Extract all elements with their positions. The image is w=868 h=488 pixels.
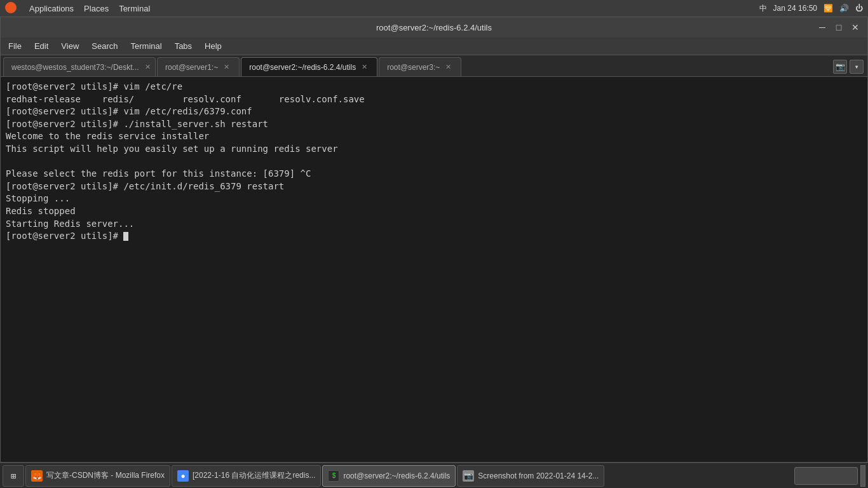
title-bar: root@server2:~/redis-6.2.4/utils ─ □ ✕ (1, 17, 867, 37)
title-bar-buttons: ─ □ ✕ (815, 20, 862, 34)
taskbar-screenshot[interactable]: 📷 Screenshot from 2022-01-24 14-2... (457, 465, 604, 487)
close-button[interactable]: ✕ (848, 20, 862, 34)
tab-server3[interactable]: root@server3:~ ✕ (379, 57, 461, 76)
tab-label-server1: root@server1:~ (165, 63, 218, 72)
menu-file[interactable]: File (3, 40, 27, 52)
taskbar-search[interactable] (794, 467, 858, 485)
firefox-icon: 🦊 (31, 470, 43, 482)
tab-server1[interactable]: root@server1:~ ✕ (157, 57, 240, 76)
menu-search[interactable]: Search (86, 40, 123, 52)
taskbar-terminal-label: root@server2:~/redis-6.2.4/utils (343, 471, 450, 480)
window-title: root@server2:~/redis-6.2.4/utils (376, 23, 492, 32)
show-desktop-button[interactable]: ⊞ (3, 465, 24, 487)
taskbar-firefox-label: 写文章-CSDN博客 - Mozilla Firefox (46, 470, 165, 481)
power-icon: ⏻ (855, 4, 863, 13)
volume-icon: 🔊 (839, 4, 849, 13)
taskbar-terminal[interactable]: $ root@server2:~/redis-6.2.4/utils (322, 465, 456, 487)
tabs-controls: 📷 ▾ (833, 60, 864, 74)
logo-icon (5, 2, 19, 15)
taskbar-showdesktop[interactable] (860, 465, 865, 487)
places-menu[interactable]: Places (84, 4, 109, 13)
menu-help[interactable]: Help (200, 40, 227, 52)
tab-label-westos: westos@westos_student73:~/Deskt... (11, 63, 139, 72)
terminal-icon: $ (328, 470, 339, 482)
tabs-bar: westos@westos_student73:~/Deskt... ✕ roo… (1, 55, 867, 77)
terminal-menu[interactable]: Terminal (119, 4, 150, 13)
tab-dropdown-btn[interactable]: ▾ (850, 60, 864, 74)
tab-screenshot-btn[interactable]: 📷 (833, 60, 847, 74)
tab-label-server2: root@server2:~/redis-6.2.4/utils (249, 63, 356, 72)
tab-close-server3[interactable]: ✕ (444, 62, 453, 72)
menu-view[interactable]: View (56, 40, 84, 52)
tab-label-server3: root@server3:~ (387, 63, 440, 72)
tab-westos[interactable]: westos@westos_student73:~/Deskt... ✕ (3, 57, 156, 76)
menu-terminal[interactable]: Terminal (126, 40, 167, 52)
taskbar-chrome-label: [2022-1-16 自动化运维课程之redis... (193, 470, 315, 481)
minimize-button[interactable]: ─ (815, 20, 829, 34)
taskbar-chrome[interactable]: ● [2022-1-16 自动化运维课程之redis... (172, 465, 321, 487)
system-bar-right: 中 Jan 24 16:50 🛜 🔊 ⏻ (759, 3, 863, 14)
input-method-icon: 中 (759, 3, 767, 14)
menu-bar: File Edit View Search Terminal Tabs Help (1, 37, 867, 55)
screenshot-icon: 📷 (463, 470, 474, 482)
taskbar-screenshot-label: Screenshot from 2022-01-24 14-2... (478, 471, 599, 480)
terminal-content[interactable]: [root@server2 utils]# vim /etc/re redhat… (1, 77, 867, 462)
menu-edit[interactable]: Edit (29, 40, 53, 52)
maximize-button[interactable]: □ (832, 20, 846, 34)
datetime: Jan 24 16:50 (773, 4, 817, 13)
taskbar-firefox[interactable]: 🦊 写文章-CSDN博客 - Mozilla Firefox (25, 465, 170, 487)
tab-server2[interactable]: root@server2:~/redis-6.2.4/utils ✕ (241, 57, 377, 76)
tab-close-server1[interactable]: ✕ (222, 62, 231, 72)
tab-close-westos[interactable]: ✕ (143, 62, 153, 72)
menu-tabs[interactable]: Tabs (170, 40, 197, 52)
tab-close-server2[interactable]: ✕ (360, 62, 369, 72)
taskbar: ⊞ 🦊 写文章-CSDN博客 - Mozilla Firefox ● [2022… (0, 463, 868, 488)
system-bar-left: Applications Places Terminal (5, 2, 150, 15)
chrome-icon: ● (177, 470, 189, 482)
terminal-window: root@server2:~/redis-6.2.4/utils ─ □ ✕ F… (0, 17, 868, 463)
applications-menu[interactable]: Applications (29, 4, 74, 13)
system-bar: Applications Places Terminal 中 Jan 24 16… (0, 0, 868, 17)
wifi-icon: 🛜 (824, 4, 833, 13)
